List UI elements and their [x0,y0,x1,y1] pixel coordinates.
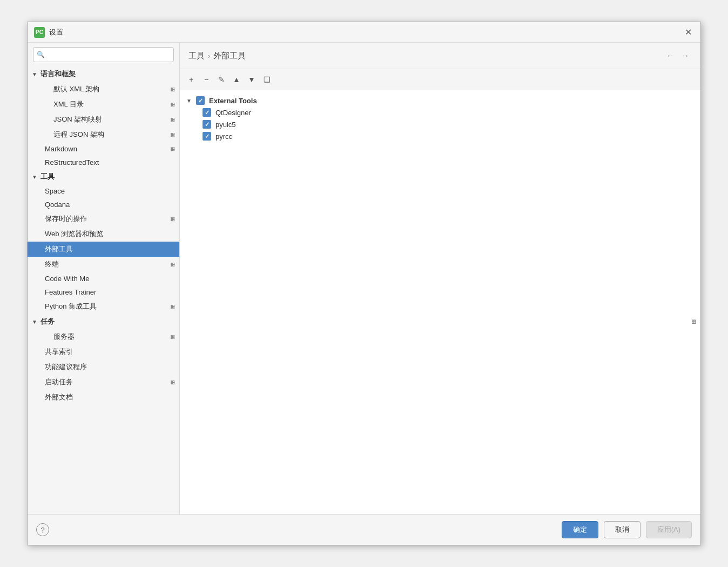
title-bar: PC 设置 ✕ [28,22,700,43]
settings-dialog: PC 设置 ✕ 🔍 ▼ 语言和框架 默认 XML 架构 ⊞ [27,22,701,545]
sidebar-item-shared-index[interactable]: 共享索引 [28,344,179,359]
sidebar-section-tools[interactable]: ▼ 工具 [28,169,179,184]
tree-row-root[interactable]: ▼ External Tools [180,95,700,106]
breadcrumb: 工具 › 外部工具 [188,51,246,61]
add-button[interactable]: + [184,72,198,86]
breadcrumb-separator: › [208,52,210,60]
copy-icon: ⊞ [170,145,175,152]
close-button[interactable]: ✕ [682,26,694,38]
sidebar-item-label: 启动任务 [45,377,73,387]
dialog-body: 🔍 ▼ 语言和框架 默认 XML 架构 ⊞ XML 目录 ⊞ J [28,43,700,514]
search-input[interactable] [33,47,174,62]
sidebar-item-label: Space [45,187,65,195]
sidebar: 🔍 ▼ 语言和框架 默认 XML 架构 ⊞ XML 目录 ⊞ J [28,43,180,514]
tree-checkbox-external-tools[interactable] [196,96,205,105]
footer-right: 确定 取消 应用(A) [562,521,692,538]
sidebar-section-tasks[interactable]: ▼ 任务 ⊞ [28,314,179,329]
tree-label-external-tools: External Tools [209,97,257,105]
nav-arrows: ← → [664,49,692,62]
sidebar-item-label: Markdown [45,145,77,153]
chevron-down-icon: ▼ [32,71,38,77]
copy-icon: ⊞ [170,303,175,310]
sidebar-item-label: 共享索引 [45,347,73,357]
main-content: 工具 › 外部工具 ← → + − ✎ ▲ ▼ ❑ [180,43,700,514]
sidebar-item-features-trainer[interactable]: Features Trainer [28,285,179,299]
chevron-down-icon: ▼ [32,174,38,180]
breadcrumb-parent: 工具 [188,51,205,61]
nav-forward-button[interactable]: → [679,49,692,62]
chevron-down-icon: ▼ [32,319,38,325]
dialog-footer: ? 确定 取消 应用(A) [28,514,700,545]
dialog-title: 设置 [49,28,63,37]
sidebar-section-label: 语言和框架 [41,69,76,79]
sidebar-item-xml-catalog[interactable]: XML 目录 ⊞ [28,97,179,112]
tree-label-pyuic5: pyuic5 [215,121,236,129]
copy-icon: ⊞ [170,379,175,386]
sidebar-item-label: JSON 架构映射 [53,115,102,124]
sidebar-item-label: Web 浏览器和预览 [45,229,103,239]
sidebar-item-label: 服务器 [53,332,75,342]
apply-button[interactable]: 应用(A) [646,521,692,538]
help-button[interactable]: ? [36,523,49,536]
copy-icon: ⊞ [170,116,175,123]
search-icon: 🔍 [37,51,45,58]
edit-button[interactable]: ✎ [214,72,228,86]
app-icon: PC [34,27,45,38]
sidebar-item-label: 默认 XML 架构 [53,84,99,94]
sidebar-item-label: Code With Me [45,275,89,283]
remove-button[interactable]: − [199,72,213,86]
sidebar-item-json-schema[interactable]: JSON 架构映射 ⊞ [28,112,179,127]
sidebar-item-restructuredtext[interactable]: ReStructuredText [28,156,179,169]
sidebar-item-code-with-me[interactable]: Code With Me [28,272,179,285]
tree-label-qtdesigner: QtDesigner [215,109,251,117]
sidebar-item-web-browser[interactable]: Web 浏览器和预览 [28,226,179,242]
sidebar-item-server[interactable]: 服务器 ⊞ [28,329,179,344]
tree-checkbox-pyuic5[interactable] [203,120,211,129]
sidebar-item-label: 外部工具 [45,244,73,254]
move-up-button[interactable]: ▲ [230,72,244,86]
tree-area: ▼ External Tools QtDesigner pyuic5 pyrcc [180,90,700,514]
sidebar-item-qodana[interactable]: Qodana [28,198,179,211]
breadcrumb-current: 外部工具 [213,51,246,61]
sidebar-item-remote-json[interactable]: 远程 JSON 架构 ⊞ [28,127,179,142]
footer-left: ? [36,523,49,536]
sidebar-item-label: 远程 JSON 架构 [53,130,104,139]
sidebar-item-default-xml[interactable]: 默认 XML 架构 ⊞ [28,82,179,97]
chevron-down-icon: ▼ [186,98,194,104]
copy-icon: ⊞ [170,261,175,268]
tree-label-pyrcc: pyrcc [215,132,232,141]
copy-icon: ⊞ [170,86,175,93]
breadcrumb-bar: 工具 › 外部工具 ← → [180,43,700,69]
cancel-button[interactable]: 取消 [604,521,641,538]
tree-checkbox-pyrcc[interactable] [203,132,211,141]
tree-row-pyrcc[interactable]: pyrcc [180,130,700,142]
sidebar-item-python-tools[interactable]: Python 集成工具 ⊞ [28,299,179,314]
ok-button[interactable]: 确定 [562,521,598,538]
sidebar-item-save-actions[interactable]: 保存时的操作 ⊞ [28,211,179,226]
sidebar-item-label: XML 目录 [53,99,84,109]
sidebar-item-label: Python 集成工具 [45,302,97,311]
sidebar-item-space[interactable]: Space [28,184,179,198]
tree-row-pyuic5[interactable]: pyuic5 [180,118,700,130]
sidebar-section-label: 任务 [41,317,55,326]
nav-back-button[interactable]: ← [664,49,677,62]
sidebar-item-terminal[interactable]: 终端 ⊞ [28,257,179,272]
sidebar-item-startup-tasks[interactable]: 启动任务 ⊞ [28,375,179,390]
sidebar-scroll: ▼ 语言和框架 默认 XML 架构 ⊞ XML 目录 ⊞ JSON 架构映射 ⊞… [28,66,179,514]
search-box: 🔍 [33,47,174,62]
sidebar-item-label: 终端 [45,259,59,269]
move-down-button[interactable]: ▼ [245,72,259,86]
toolbar: + − ✎ ▲ ▼ ❑ [180,69,700,90]
copy-icon: ⊞ [170,216,175,223]
sidebar-section-language[interactable]: ▼ 语言和框架 [28,66,179,82]
copy-icon: ⊞ [170,131,175,138]
sidebar-item-markdown[interactable]: Markdown ⊞ [28,142,179,156]
copy-button[interactable]: ❑ [260,72,274,86]
sidebar-item-external-tools[interactable]: 外部工具 [28,242,179,257]
sidebar-item-external-docs[interactable]: 外部文档 [28,390,179,405]
tree-checkbox-qtdesigner[interactable] [203,108,211,117]
sidebar-item-label: ReStructuredText [45,158,99,166]
copy-icon: ⊞ [170,333,175,341]
tree-row-qtdesigner[interactable]: QtDesigner [180,106,700,118]
sidebar-item-feature-suggestions[interactable]: 功能建议程序 [28,359,179,375]
